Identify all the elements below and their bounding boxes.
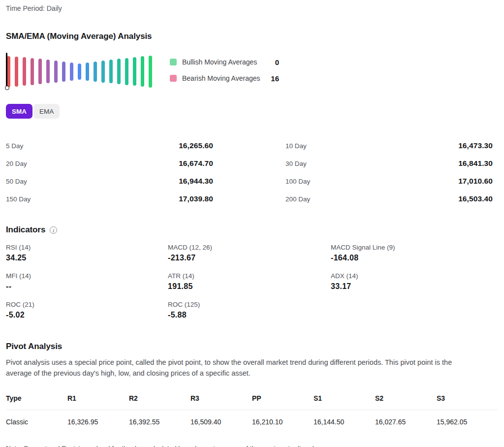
indicator-cell: RSI (14) 34.25 [6, 244, 168, 262]
gauge-bar [15, 57, 18, 87]
ma-row: 5 Day 16,265.60 [6, 137, 213, 155]
pivot-col-header: S2 [375, 394, 437, 402]
ma-row: 150 Day 17,039.80 [6, 190, 213, 208]
ma-period-label: 100 Day [285, 178, 310, 185]
ma-row: 200 Day 16,503.40 [285, 190, 493, 208]
ma-period-label: 150 Day [6, 195, 31, 203]
indicator-label: ROC (125) [168, 301, 331, 308]
indicator-label: MACD (12, 26) [168, 244, 331, 251]
indicator-value: 191.85 [168, 282, 331, 291]
ma-period-value: 17,010.60 [458, 177, 493, 186]
pivot-col-header: S1 [314, 394, 375, 402]
indicator-label: ADX (14) [331, 272, 498, 280]
pivot-table: Type R1 R2 R3 PP S1 S2 S3 Classic 16,326… [6, 394, 498, 426]
indicators-grid: RSI (14) 34.25 MACD (12, 26) -213.67 MAC… [6, 244, 498, 319]
ma-column-left: 5 Day 16,265.60 20 Day 16,674.70 50 Day … [6, 137, 213, 208]
ma-period-label: 10 Day [285, 142, 307, 150]
gauge-needle-knob [5, 86, 9, 90]
legend-row-bearish: Bearish Moving Averages 16 [170, 73, 279, 83]
pivot-value-cell: 16,326.95 [67, 418, 129, 426]
gauge-bar [133, 57, 136, 86]
pivot-table-row: Classic 16,326.95 16,392.55 16,509.40 16… [6, 410, 498, 426]
indicator-label: MACD Signal Line (9) [331, 244, 498, 251]
indicator-cell: MACD (12, 26) -213.67 [168, 244, 331, 262]
gauge-bar [149, 56, 152, 88]
gauge-bar [23, 57, 26, 86]
pivot-col-header: PP [252, 394, 314, 402]
indicator-value: -5.02 [6, 311, 168, 319]
pivot-table-header: Type R1 R2 R3 PP S1 S2 S3 [6, 394, 498, 410]
ma-period-value: 16,674.70 [179, 159, 213, 168]
indicator-label: ROC (21) [6, 301, 168, 308]
gauge-bar [86, 63, 89, 81]
ma-row: 30 Day 16,841.30 [285, 155, 493, 172]
gauge-bar [141, 56, 144, 87]
ma-gauge-row: Bullish Moving Averages 0 Bearish Moving… [6, 52, 498, 91]
indicator-value: 33.17 [331, 282, 498, 291]
ma-period-value: 16,473.30 [458, 141, 493, 150]
indicators-header: Indicators i [6, 225, 498, 235]
gauge-bar [125, 58, 128, 85]
indicators-title: Indicators [6, 225, 45, 235]
ma-row: 20 Day 16,674.70 [6, 155, 213, 172]
indicator-value: -- [6, 282, 168, 291]
bearish-swatch-icon [170, 75, 177, 82]
gauge-bar [70, 63, 73, 81]
pivot-col-header: R1 [67, 394, 129, 402]
pivot-value-cell: 16,392.55 [129, 418, 190, 426]
pivot-value-cell: 16,027.65 [375, 418, 437, 426]
sma-tab[interactable]: SMA [6, 104, 32, 119]
indicator-cell: ATR (14) 191.85 [168, 272, 331, 291]
ma-row: 10 Day 16,473.30 [285, 137, 493, 155]
gauge-bar [117, 59, 121, 84]
gauge-bar [94, 62, 97, 82]
info-icon[interactable]: i [50, 226, 57, 234]
pivot-value-cell: 15,962.05 [437, 418, 498, 426]
pivot-col-header: R3 [190, 394, 252, 402]
pivot-value-cell: 16,509.40 [190, 418, 252, 426]
ma-period-label: 5 Day [6, 142, 23, 150]
ma-period-value: 16,265.60 [179, 141, 213, 150]
ma-period-value: 16,841.30 [458, 159, 493, 168]
indicator-cell: ADX (14) 33.17 [331, 272, 498, 291]
ma-sentiment-gauge [6, 52, 156, 91]
indicator-value: -213.67 [168, 254, 331, 262]
gauge-bar [38, 59, 42, 84]
gauge-bar [101, 61, 105, 83]
bullish-swatch-icon [170, 59, 177, 65]
ma-row: 100 Day 17,010.60 [285, 172, 493, 190]
indicator-value: 34.25 [6, 254, 168, 262]
ema-tab[interactable]: EMA [33, 104, 60, 119]
legend-row-bullish: Bullish Moving Averages 0 [170, 57, 279, 67]
ta-panel: Time Period: Daily SMA/EMA (Moving Avera… [0, 0, 504, 447]
time-period-label: Time Period: Daily [6, 3, 498, 13]
bullish-count: 0 [275, 58, 279, 66]
pivot-col-header: S3 [437, 394, 498, 402]
ma-section-title: SMA/EMA (Moving Average) Analysis [6, 32, 498, 41]
gauge-bar [31, 58, 34, 85]
gauge-bar [46, 60, 50, 83]
pivot-col-header: R2 [129, 394, 190, 402]
ma-period-value: 16,503.40 [458, 194, 493, 203]
gauge-bar [7, 56, 10, 87]
gauge-bar [109, 60, 113, 83]
ma-period-value: 16,944.30 [179, 177, 213, 186]
ma-period-label: 200 Day [285, 195, 310, 203]
indicator-cell: MFI (14) -- [6, 272, 168, 291]
indicator-label: MFI (14) [6, 272, 168, 280]
pivot-title: Pivot Analysis [6, 342, 498, 351]
gauge-bar [62, 62, 65, 82]
pivot-note: Note: Support and Resistance level for t… [6, 445, 498, 447]
bearish-count: 16 [271, 74, 279, 83]
indicator-cell: MACD Signal Line (9) -164.08 [331, 244, 498, 262]
pivot-value-cell: 16,144.50 [314, 418, 375, 426]
pivot-description: Pivot analysis uses a special price poin… [6, 357, 472, 379]
gauge-needle [6, 53, 7, 87]
indicator-value: -164.08 [331, 254, 498, 262]
ma-period-label: 50 Day [6, 178, 27, 185]
sma-ema-toggle: SMA EMA [6, 104, 498, 119]
bearish-legend-label: Bearish Moving Averages [182, 74, 260, 82]
pivot-value-cell: 16,210.10 [252, 418, 314, 426]
indicator-label: RSI (14) [6, 244, 168, 251]
ma-period-label: 20 Day [6, 160, 27, 167]
